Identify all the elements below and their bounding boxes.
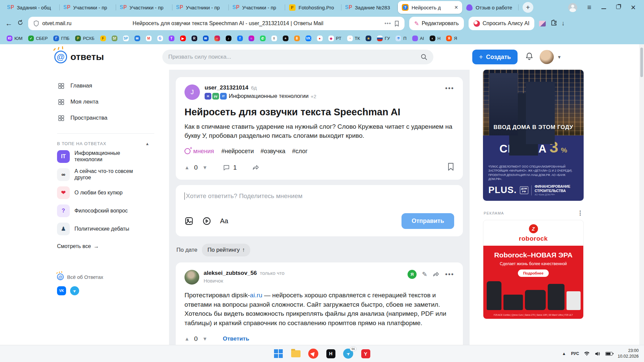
topic-item[interactable]: ♟ Политические дебаты (57, 220, 154, 238)
browser-tab[interactable]: SP Участники - пр (116, 0, 172, 15)
collapse-chevron-icon[interactable]: ▲ (145, 141, 150, 146)
ad-options-icon[interactable]: ⋮ (577, 209, 583, 217)
bookmark-item[interactable]: M (146, 36, 152, 41)
file-explorer-icon[interactable] (290, 348, 302, 359)
upvote-icon[interactable]: ▲ (184, 165, 190, 170)
reload-icon[interactable] (17, 19, 23, 27)
bookmark-item[interactable]: ♪ (226, 36, 231, 41)
scrollbar-thumb[interactable] (640, 48, 643, 77)
about-otvety-link[interactable]: @ Всё об Ответах (57, 274, 154, 280)
bookmark-item[interactable]: AI (412, 36, 424, 41)
site-search[interactable] (162, 50, 433, 64)
browser-menu-icon[interactable]: ≡ (587, 3, 591, 11)
browser-tab[interactable]: SP Участники - пр (229, 0, 285, 15)
battery-icon[interactable] (605, 352, 612, 356)
language-indicator[interactable]: РУС (571, 351, 579, 356)
bookmark-item[interactable]: T (169, 36, 174, 41)
bookmark-item[interactable]: ✉ (135, 36, 140, 41)
browser-icon[interactable] (308, 348, 319, 359)
bookmark-item[interactable]: Ю ЮМ (7, 36, 22, 41)
telegram-icon[interactable]: ➤ (70, 286, 79, 295)
comments-button[interactable]: 1 (223, 164, 237, 171)
submit-answer-button[interactable]: Отправить (401, 213, 454, 229)
share-button[interactable] (252, 164, 260, 171)
bookmark-item[interactable]: ◆ РТ (328, 36, 341, 41)
notifications-bell-icon[interactable] (525, 52, 534, 62)
bookmark-item[interactable]: ✉ (203, 36, 209, 41)
bookmark-item[interactable]: ○ (249, 36, 254, 41)
browser-tab[interactable]: SP Участники - пр (172, 0, 229, 15)
bookmark-item[interactable]: ☂ П (395, 36, 406, 41)
bookmark-item[interactable]: ◔ ТК (347, 36, 360, 41)
topic-item[interactable]: ∞ А сейчас что-то совсем другое (57, 166, 154, 184)
hashtag[interactable]: #озвучка (261, 148, 285, 155)
bookmark-item[interactable]: + (283, 36, 288, 41)
bookmark-item[interactable]: VK (306, 36, 311, 41)
bookmark-item[interactable]: ▶ (180, 36, 186, 41)
new-tab-button[interactable]: + (523, 2, 533, 13)
category-more[interactable]: +2 (311, 94, 316, 99)
search-icon[interactable] (421, 54, 427, 60)
ask-alice-button[interactable]: Спросить Алису AI (469, 17, 535, 30)
hidden-icons-chevron[interactable]: ▲ (562, 351, 566, 356)
bookmark-item[interactable]: Г ГПБ (53, 36, 69, 41)
screenshot-extension-icon[interactable] (539, 21, 546, 26)
answer-input[interactable]: Хотите ответить? Поделитесь мнением (184, 192, 454, 200)
see-all-link[interactable]: Смотреть все → (57, 243, 154, 249)
roborock-ad[interactable]: Z roborock Roborock–НОВАЯ ЭРА Сделает жи… (483, 220, 584, 319)
bookmark-item[interactable]: SP (123, 36, 129, 41)
bookmark-item[interactable]: 8 (294, 36, 300, 41)
attach-video-icon[interactable] (202, 217, 211, 226)
question-author-avatar[interactable]: J (184, 84, 200, 100)
hashtag[interactable]: #слог (292, 148, 308, 155)
bookmark-item[interactable]: ✆ (260, 36, 266, 41)
taskbar-clock[interactable]: 23:00 10.02.2026 (618, 348, 639, 359)
upvote-icon[interactable]: ▲ (184, 336, 190, 342)
volume-icon[interactable] (595, 351, 600, 356)
bookmark-button[interactable] (447, 163, 454, 172)
addressbar-more-icon[interactable]: ••• (384, 20, 391, 26)
category-link[interactable]: Информационные технологии (229, 93, 309, 100)
address-bar[interactable]: otvet.mail.ru Нейросеть для озвучки текс… (28, 17, 405, 30)
reply-button[interactable]: Ответить (223, 336, 249, 342)
chevron-down-icon[interactable]: ▼ (557, 55, 561, 60)
downvote-icon[interactable]: ▼ (202, 165, 207, 170)
bookmark-flag-icon[interactable] (394, 21, 399, 26)
bookmark-item[interactable]: ◐ Н (430, 36, 440, 41)
window-maximize-button[interactable] (616, 4, 621, 10)
topic-item[interactable]: ? Философский вопрос (57, 202, 154, 220)
sidebar-nav-item[interactable]: Пространства (57, 110, 154, 126)
bookmark-item[interactable]: ✓ СБЕР (28, 36, 48, 41)
question-more-icon[interactable]: ••• (445, 84, 454, 100)
bookmark-item[interactable]: Sf (112, 36, 117, 41)
vk-icon[interactable]: VK (57, 286, 66, 295)
question-author-name[interactable]: user_231321014 (205, 84, 248, 91)
comment-more-icon[interactable]: ••• (445, 270, 454, 278)
comment-author-name[interactable]: aleksei_zubtsov_56 (204, 270, 257, 277)
search-input[interactable] (168, 54, 421, 60)
comment-author-avatar[interactable] (184, 270, 199, 285)
opinion-tag[interactable]: мнения (184, 148, 214, 155)
edit-button[interactable]: ✎ Редактировать (409, 17, 464, 30)
bookmark-item[interactable]: ● (317, 36, 323, 41)
start-button[interactable] (273, 348, 284, 359)
h-app-icon[interactable]: H (325, 348, 336, 359)
browser-tab[interactable]: SP Задание №283 (341, 0, 398, 15)
sort-by-date[interactable]: По дате (176, 247, 197, 253)
yandex-app-icon[interactable]: Y (360, 348, 371, 359)
otvety-logo[interactable]: @ ответы (54, 51, 104, 63)
browser-tab[interactable]: SP Участники - пр (60, 0, 116, 15)
bookmark-item[interactable]: Р РСХБ (75, 36, 94, 41)
share-comment-icon[interactable] (433, 271, 440, 278)
bookmark-item[interactable]: ГУ (377, 36, 390, 41)
wifi-icon[interactable] (584, 351, 590, 356)
browser-tab[interactable]: F Fotohosting.Pro (285, 0, 341, 15)
topic-item[interactable]: ❤ О любви без купюр (57, 184, 154, 202)
bookmark-item[interactable]: F (100, 36, 106, 41)
text-format-button[interactable]: Aa (220, 217, 228, 225)
edit-comment-icon[interactable]: ✎ (422, 270, 427, 278)
url-text[interactable]: otvet.mail.ru (42, 20, 71, 26)
browser-tab-alice[interactable]: Отзыв о работе (462, 0, 519, 15)
bookmark-item[interactable]: f (237, 36, 243, 41)
plus-development-ad[interactable]: ВВОД ДОМА В ЭТОМ ГОДУ СКИДКА 3 % *ПЛЮС Д… (483, 70, 584, 201)
